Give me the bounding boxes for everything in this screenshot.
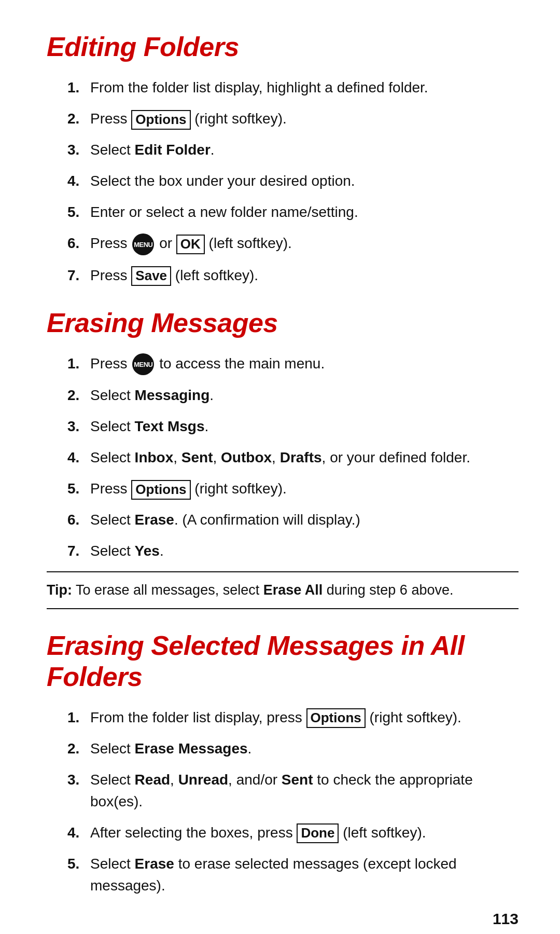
list-item: 3. Select Read, Unread, and/or Sent to c… xyxy=(67,769,519,813)
step-number: 2. xyxy=(67,384,90,406)
list-item: 6. Select Erase. (A confirmation will di… xyxy=(67,509,519,531)
options-key: Options xyxy=(131,480,190,500)
erasing-selected-list: 1. From the folder list display, press O… xyxy=(67,707,519,897)
done-key: Done xyxy=(297,823,339,843)
step-number: 7. xyxy=(67,265,90,286)
step-content: Press Save (left softkey). xyxy=(90,265,519,286)
step-number: 6. xyxy=(67,232,90,254)
step-content: From the folder list display, highlight … xyxy=(90,77,519,99)
step-content: Press Options (right softkey). xyxy=(90,478,519,500)
step-content: Enter or select a new folder name/settin… xyxy=(90,201,519,223)
step-number: 3. xyxy=(67,416,90,437)
erasing-messages-section: Erasing Messages 1. Press MENUOK to acce… xyxy=(47,307,519,609)
list-item: 4. Select the box under your desired opt… xyxy=(67,170,519,192)
options-key: Options xyxy=(131,110,190,130)
list-item: 1. Press MENUOK to access the main menu. xyxy=(67,353,519,376)
erasing-selected-section: Erasing Selected Messages in All Folders… xyxy=(47,630,519,897)
list-item: 2. Select Messaging. xyxy=(67,384,519,406)
step-number: 5. xyxy=(67,201,90,223)
options-key: Options xyxy=(306,708,366,728)
list-item: 5. Enter or select a new folder name/set… xyxy=(67,201,519,223)
step-content: Press Options (right softkey). xyxy=(90,108,519,130)
step-number: 1. xyxy=(67,77,90,99)
step-content: From the folder list display, press Opti… xyxy=(90,707,519,729)
list-item: 2. Select Erase Messages. xyxy=(67,738,519,760)
editing-folders-title: Editing Folders xyxy=(47,31,519,62)
step-number: 6. xyxy=(67,509,90,531)
step-content: Select Edit Folder. xyxy=(90,139,519,161)
ok-key: OK xyxy=(176,235,205,254)
step-number: 5. xyxy=(67,478,90,500)
menu-ok-button: MENUOK xyxy=(132,353,154,375)
step-content: Select Erase Messages. xyxy=(90,738,519,760)
step-content: Press MENUOK or OK (left softkey). xyxy=(90,232,519,255)
list-item: 4. After selecting the boxes, press Done… xyxy=(67,822,519,844)
list-item: 5. Press Options (right softkey). xyxy=(67,478,519,500)
step-number: 2. xyxy=(67,108,90,130)
step-content: Select Yes. xyxy=(90,540,519,562)
step-content: Select the box under your desired option… xyxy=(90,170,519,192)
list-item: 1. From the folder list display, highlig… xyxy=(67,77,519,99)
step-number: 4. xyxy=(67,447,90,469)
list-item: 6. Press MENUOK or OK (left softkey). xyxy=(67,232,519,255)
tip-label: Tip: xyxy=(47,582,72,598)
list-item: 5. Select Erase to erase selected messag… xyxy=(67,853,519,897)
step-number: 7. xyxy=(67,540,90,562)
list-item: 1. From the folder list display, press O… xyxy=(67,707,519,729)
step-number: 4. xyxy=(67,170,90,192)
list-item: 7. Select Yes. xyxy=(67,540,519,562)
erasing-messages-title: Erasing Messages xyxy=(47,307,519,338)
list-item: 3. Select Text Msgs. xyxy=(67,416,519,437)
step-number: 1. xyxy=(67,707,90,729)
erasing-messages-list: 1. Press MENUOK to access the main menu.… xyxy=(67,353,519,562)
step-number: 5. xyxy=(67,853,90,875)
erasing-selected-title: Erasing Selected Messages in All Folders xyxy=(47,630,519,692)
step-number: 4. xyxy=(67,822,90,844)
editing-folders-section: Editing Folders 1. From the folder list … xyxy=(47,31,519,286)
step-content: Select Messaging. xyxy=(90,384,519,406)
list-item: 2. Press Options (right softkey). xyxy=(67,108,519,130)
save-key: Save xyxy=(131,266,171,286)
menu-ok-button: MENUOK xyxy=(132,233,154,255)
step-content: Select Inbox, Sent, Outbox, Drafts, or y… xyxy=(90,447,519,469)
step-number: 2. xyxy=(67,738,90,760)
step-content: Select Text Msgs. xyxy=(90,416,519,437)
list-item: 3. Select Edit Folder. xyxy=(67,139,519,161)
page-number: 113 xyxy=(493,910,519,928)
list-item: 4. Select Inbox, Sent, Outbox, Drafts, o… xyxy=(67,447,519,469)
step-content: Select Read, Unread, and/or Sent to chec… xyxy=(90,769,519,813)
step-content: After selecting the boxes, press Done (l… xyxy=(90,822,519,844)
step-content: Select Erase to erase selected messages … xyxy=(90,853,519,897)
list-item: 7. Press Save (left softkey). xyxy=(67,265,519,286)
tip-box: Tip: To erase all messages, select Erase… xyxy=(47,571,519,609)
step-number: 3. xyxy=(67,769,90,791)
step-content: Select Erase. (A confirmation will displ… xyxy=(90,509,519,531)
editing-folders-list: 1. From the folder list display, highlig… xyxy=(67,77,519,286)
step-number: 1. xyxy=(67,353,90,375)
step-content: Press MENUOK to access the main menu. xyxy=(90,353,519,376)
step-number: 3. xyxy=(67,139,90,161)
